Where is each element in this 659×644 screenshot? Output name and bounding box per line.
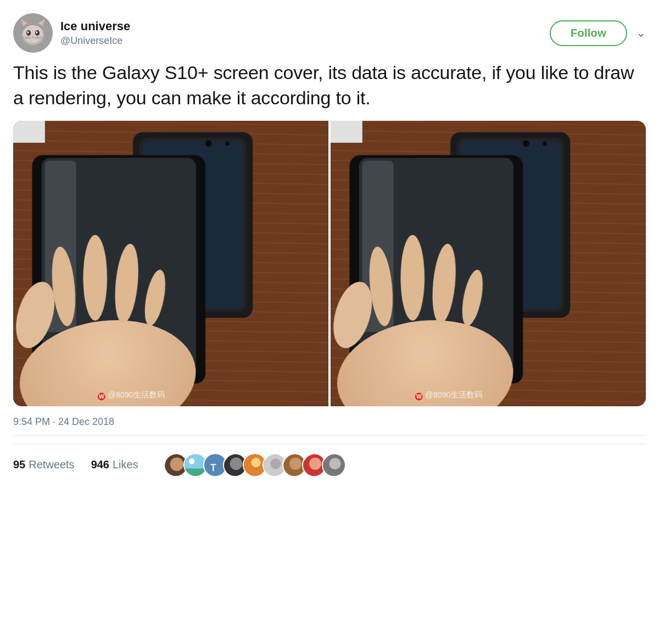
likers-avatars xyxy=(164,453,346,477)
retweets-label: Retweets xyxy=(29,458,74,471)
user-info: Ice universe @UniverseIce xyxy=(60,19,130,47)
tweet-header-right: Follow ⌄ xyxy=(550,20,646,46)
svg-point-10 xyxy=(36,31,38,33)
follow-button[interactable]: Follow xyxy=(550,20,627,46)
likes-count: 946 xyxy=(91,458,109,471)
svg-point-9 xyxy=(27,31,29,33)
tweet-image-right xyxy=(331,121,646,406)
likes-label: Likes xyxy=(113,458,138,471)
display-name[interactable]: Ice universe xyxy=(60,19,130,35)
svg-point-2 xyxy=(23,25,43,43)
tweet-text: This is the Galaxy S10+ screen cover, it… xyxy=(13,60,646,111)
retweets-stat: 95 Retweets xyxy=(13,458,75,471)
retweets-count: 95 xyxy=(13,458,25,471)
likes-stat: 946 Likes xyxy=(91,458,138,471)
liker-avatar xyxy=(322,453,346,477)
chevron-down-icon[interactable]: ⌄ xyxy=(636,26,646,40)
tweet-images xyxy=(13,121,646,406)
tweet-timestamp: 9:54 PM · 24 Dec 2018 xyxy=(13,416,646,436)
tweet-image-left xyxy=(13,121,328,406)
tweet-header: Ice universe @UniverseIce Follow ⌄ xyxy=(13,13,646,53)
tweet-footer: 95 Retweets 946 Likes xyxy=(13,444,646,486)
tweet-card: Ice universe @UniverseIce Follow ⌄ This … xyxy=(0,0,659,486)
username[interactable]: @UniverseIce xyxy=(60,35,130,47)
avatar[interactable] xyxy=(13,13,53,53)
tweet-header-left: Ice universe @UniverseIce xyxy=(13,13,130,53)
